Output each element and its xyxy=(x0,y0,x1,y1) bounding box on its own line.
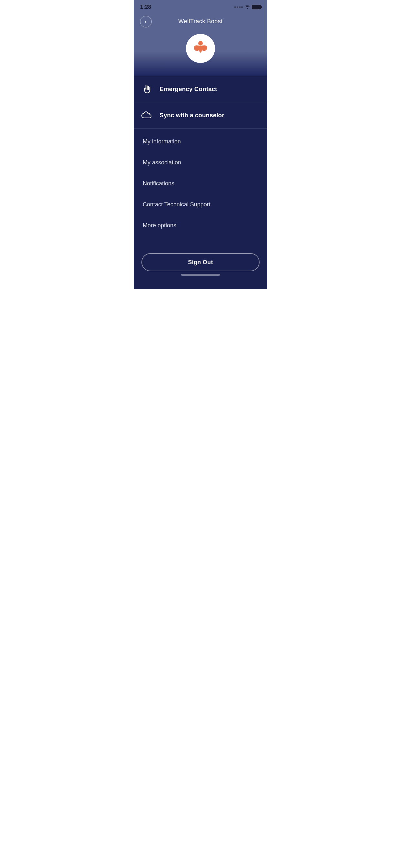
emergency-contact-label: Emergency Contact xyxy=(159,86,217,93)
my-information-label: My information xyxy=(143,138,181,145)
more-options-item[interactable]: More options xyxy=(134,215,267,236)
sign-out-button[interactable]: Sign Out xyxy=(142,253,259,271)
header-top: ‹ WellTrack Boost xyxy=(134,14,267,29)
contact-technical-support-label: Contact Technical Support xyxy=(143,201,211,208)
status-time: 1:28 xyxy=(140,4,151,10)
signal-icon xyxy=(235,6,243,8)
text-menu-section: My information My association Notificati… xyxy=(134,128,267,239)
emergency-contact-item[interactable]: Emergency Contact xyxy=(134,76,267,102)
contact-technical-support-item[interactable]: Contact Technical Support xyxy=(134,194,267,215)
header-area: ‹ WellTrack Boost xyxy=(134,14,267,76)
svg-point-0 xyxy=(198,41,203,45)
logo-container xyxy=(134,34,267,63)
notifications-label: Notifications xyxy=(143,180,174,187)
status-icons xyxy=(235,4,261,10)
battery-icon xyxy=(252,5,261,9)
back-arrow-icon: ‹ xyxy=(145,19,146,25)
status-bar: 1:28 xyxy=(134,0,267,14)
svg-point-1 xyxy=(199,48,202,53)
my-association-item[interactable]: My association xyxy=(134,152,267,173)
home-indicator xyxy=(181,274,220,276)
sync-counselor-item[interactable]: Sync with a counselor xyxy=(134,102,267,128)
sign-out-area: Sign Out xyxy=(134,247,267,289)
cloud-icon xyxy=(142,110,153,121)
phone-screen: 1:28 ‹ WellTrack Boost xyxy=(134,0,267,289)
more-options-label: More options xyxy=(143,222,176,228)
back-button[interactable]: ‹ xyxy=(140,16,152,27)
app-title: WellTrack Boost xyxy=(178,18,223,25)
main-content: Emergency Contact Sync with a counselor … xyxy=(134,76,267,289)
my-information-item[interactable]: My information xyxy=(134,131,267,152)
spacer xyxy=(134,239,267,247)
app-logo xyxy=(186,34,215,63)
wifi-icon xyxy=(245,4,250,10)
hand-icon xyxy=(142,83,153,95)
icon-menu-section: Emergency Contact Sync with a counselor xyxy=(134,76,267,128)
notifications-item[interactable]: Notifications xyxy=(134,173,267,194)
sync-counselor-label: Sync with a counselor xyxy=(159,112,224,119)
my-association-label: My association xyxy=(143,159,181,166)
